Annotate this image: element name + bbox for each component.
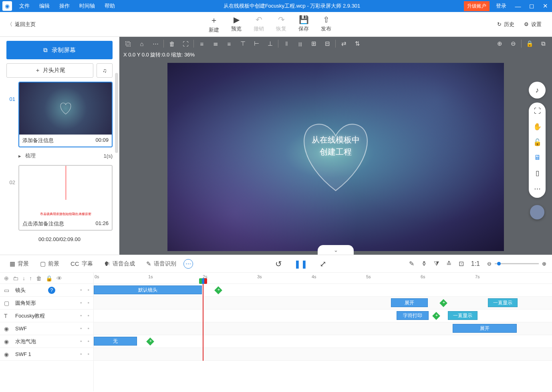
help-icon[interactable]: ?	[48, 287, 55, 294]
track-roundrect[interactable]: ▢圆角矩形••	[0, 297, 93, 310]
ungroup-icon[interactable]: ⊟	[322, 38, 333, 49]
clip-expand[interactable]: 展开	[453, 324, 517, 333]
dock-music-button[interactable]: ♪	[529, 82, 546, 99]
pause-button[interactable]: ❚❚	[294, 259, 308, 269]
fit-icon[interactable]: ⊡	[459, 260, 464, 267]
keyframe-add[interactable]	[146, 338, 154, 346]
back-home-button[interactable]: 〈 返回主页	[0, 21, 43, 28]
save-button[interactable]: 💾保存	[298, 15, 309, 34]
clip-expand[interactable]: 展开	[391, 298, 428, 307]
timeline-ruler[interactable]: 0s 1s 2s 3s 4s 5s 6s 7s	[94, 273, 552, 284]
minimize-icon[interactable]: —	[511, 3, 525, 10]
unlock-icon[interactable]: 🔓	[533, 138, 542, 147]
close-icon[interactable]: ✕	[538, 2, 552, 10]
track-text[interactable]: TFocusky教程••	[0, 310, 93, 322]
keyframe-add[interactable]	[432, 312, 440, 320]
track-row[interactable]: 展开	[94, 322, 552, 335]
tab-subtitle[interactable]: CC字幕	[66, 260, 97, 267]
crop-icon[interactable]: ⿻	[123, 38, 134, 49]
zoom-slider[interactable]: ⊖ ⊕	[487, 261, 546, 267]
menu-file[interactable]: 文件	[14, 2, 34, 10]
add-track-icon[interactable]: ⊕	[4, 275, 9, 281]
new-button[interactable]: ＋新建	[209, 15, 219, 34]
align-top-icon[interactable]: ⊤	[237, 38, 248, 49]
desktop-icon[interactable]: 🖥	[534, 154, 541, 162]
user-avatar[interactable]	[530, 205, 544, 219]
group-icon[interactable]: ⊞	[308, 38, 319, 49]
rewind-button[interactable]: ↺	[275, 259, 282, 269]
publish-button[interactable]: ⇧发布	[321, 15, 331, 34]
distribute-v-icon[interactable]: ⫼	[294, 38, 306, 49]
move-up-icon[interactable]: ↑	[29, 275, 32, 281]
playhead[interactable]	[203, 284, 203, 361]
track-row[interactable]: 默认镜头	[94, 284, 552, 297]
eye-icon[interactable]: 👁	[56, 275, 62, 281]
clip-default-lens[interactable]: 默认镜头	[94, 285, 202, 294]
filter-icon[interactable]: ⚱	[421, 260, 427, 267]
flip-v-icon[interactable]: ⇅	[352, 38, 363, 49]
transition-row[interactable]: ▸ 梳理 1(s)	[6, 151, 113, 162]
clip-always-show[interactable]: 一直显示	[448, 311, 477, 320]
track-swf1[interactable]: ◉SWF 1••	[0, 348, 93, 361]
maximize-icon[interactable]: ◻	[525, 2, 538, 10]
scene-item[interactable]: 01 添加备注信息00:09	[6, 82, 113, 147]
move-down-icon[interactable]: ↓	[22, 275, 25, 281]
tab-background[interactable]: ▦背景	[6, 260, 33, 267]
track-bubble[interactable]: ◉水泡气泡••	[0, 335, 93, 348]
zoom-out-small-icon[interactable]: ⊖	[487, 261, 492, 267]
tab-asr[interactable]: ✎语音识别	[142, 260, 180, 267]
mobile-icon[interactable]: ▯	[536, 169, 539, 177]
funnel-icon[interactable]: ⧩	[434, 260, 439, 267]
scene-note[interactable]: 添加备注信息	[22, 137, 54, 144]
menu-help[interactable]: 帮助	[100, 2, 120, 10]
timeline-more-button[interactable]: ⋯	[183, 259, 193, 269]
record-screen-button[interactable]: ⧉ 录制屏幕	[6, 41, 113, 59]
delete-track-icon[interactable]: 🗑	[36, 275, 42, 281]
lock-track-icon[interactable]: 🔒	[46, 275, 52, 281]
history-button[interactable]: ↻历史	[497, 21, 514, 28]
scene-item[interactable]: 02 市县级典现依据创始创期出弟服设射 点击添加备注信息01:26	[6, 165, 113, 231]
more-dots-icon[interactable]: ⋯	[534, 185, 541, 193]
intro-outro-button[interactable]: ＋片头片尾	[6, 63, 93, 78]
clip-none[interactable]: 无	[94, 337, 137, 346]
sidebar-scrollbar[interactable]	[115, 73, 118, 153]
more-icon[interactable]: ⋯	[150, 38, 161, 49]
align-right-icon[interactable]: ≡	[224, 38, 235, 49]
keyframe-add[interactable]	[439, 299, 447, 307]
expand-button[interactable]: ⤢	[320, 259, 326, 269]
keyframe-add[interactable]	[214, 286, 222, 294]
hand-icon[interactable]: ✋	[533, 123, 542, 131]
home-icon[interactable]: ⌂	[136, 38, 147, 49]
zoom-in-icon[interactable]: ⊕	[494, 38, 505, 49]
tab-foreground[interactable]: ▢前景	[36, 260, 63, 267]
timeline-tracks[interactable]: 0s 1s 2s 3s 4s 5s 6s 7s 默认镜头 展开 一直显示	[94, 273, 552, 391]
lock-icon[interactable]: 🔒	[524, 38, 535, 49]
track-row[interactable]	[94, 348, 552, 361]
undo-button[interactable]: ↶撤销	[254, 15, 264, 34]
clip-always-show[interactable]: 一直显示	[488, 298, 518, 307]
delete-icon[interactable]: 🗑	[166, 38, 177, 49]
tab-tts[interactable]: 🗣语音合成	[100, 260, 139, 267]
copy-icon[interactable]: ⧉	[538, 38, 549, 49]
scene-thumbnail[interactable]: 市县级典现依据创始创期出弟服设射	[19, 166, 112, 218]
distribute-h-icon[interactable]: ⫴	[281, 38, 292, 49]
align-center-icon[interactable]: ≣	[210, 38, 221, 49]
music-button[interactable]: ♫	[97, 63, 113, 78]
settings-button[interactable]: ⚙设置	[524, 21, 542, 28]
sliders-icon[interactable]: ≛	[446, 260, 451, 267]
scene-note[interactable]: 点击添加备注信息	[22, 220, 64, 227]
fullscreen-icon[interactable]: ⛶	[534, 107, 541, 115]
zoom-in-small-icon[interactable]: ⊕	[542, 261, 546, 267]
login-button[interactable]: 登录	[491, 2, 511, 10]
zoom-out-icon[interactable]: ⊖	[508, 38, 519, 49]
menu-timeline[interactable]: 时间轴	[75, 2, 100, 10]
clip-typing[interactable]: 字符打印	[397, 311, 429, 320]
upgrade-button[interactable]: 升级账户	[464, 1, 490, 11]
heart-text[interactable]: 从在线模板中 创建工程	[312, 134, 360, 158]
preview-button[interactable]: ▶预览	[231, 15, 242, 34]
track-row[interactable]: 展开 一直显示	[94, 297, 552, 310]
canvas-frame[interactable]: 从在线模板中 创建工程	[167, 63, 504, 251]
ratio-icon[interactable]: 1:1	[471, 260, 480, 267]
focus-icon[interactable]: ⛶	[180, 38, 191, 49]
menu-edit[interactable]: 编辑	[34, 2, 54, 10]
